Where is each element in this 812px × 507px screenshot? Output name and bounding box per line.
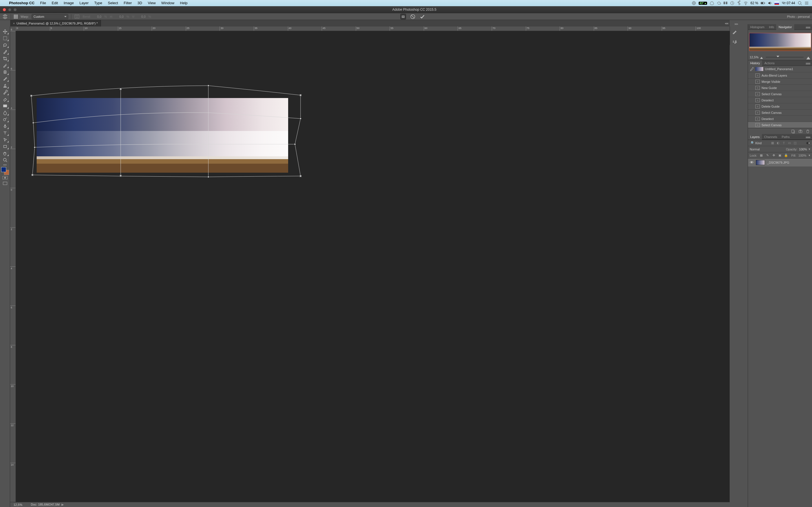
warp-anchor[interactable]: [300, 118, 302, 120]
document-tab-label: Untitled_Panorama1 @ 12,5% (_DSC9679.JPG…: [16, 22, 98, 25]
document-image: [37, 98, 288, 173]
screen-mode-toggle[interactable]: [1, 180, 9, 186]
warp-orientation-icon[interactable]: [74, 14, 80, 19]
vertical-ruler[interactable]: 86420246810121416: [10, 26, 16, 253]
horizontal-ruler[interactable]: 0510152025303540455055606570758085909510…: [10, 26, 406, 31]
warp-h-input[interactable]: [116, 15, 123, 18]
menu-window[interactable]: Window: [158, 0, 177, 6]
brush-tool[interactable]: [1, 75, 9, 82]
warp-v-label: V:: [132, 15, 135, 18]
app-menu[interactable]: Photoshop CC: [6, 0, 37, 6]
warp-preset-dropdown[interactable]: Custom: [32, 14, 68, 19]
transform-tool-icon[interactable]: [2, 14, 8, 19]
warp-handle[interactable]: [300, 175, 302, 177]
svg-rect-12: [3, 37, 7, 40]
svg-point-15: [3, 119, 6, 121]
document-tab-bar: × Untitled_Panorama1 @ 12,5% (_DSC9679.J…: [10, 20, 406, 26]
warp-h-label: H:: [110, 15, 113, 18]
menu-filter[interactable]: Filter: [121, 0, 135, 6]
zoom-window-button[interactable]: [13, 8, 17, 11]
menu-edit[interactable]: Edit: [49, 0, 61, 6]
macos-menubar: Photoshop CC File Edit Image Layer Type …: [0, 0, 406, 6]
tools-panel: [0, 26, 10, 253]
quick-mask-toggle[interactable]: [3, 176, 8, 179]
history-brush-tool[interactable]: [1, 89, 9, 96]
warp-anchor[interactable]: [33, 122, 35, 124]
color-swatches[interactable]: [1, 167, 9, 175]
healing-brush-tool[interactable]: [1, 69, 9, 75]
warp-handle[interactable]: [120, 88, 122, 90]
blur-tool[interactable]: [1, 109, 9, 116]
type-tool[interactable]: [1, 129, 9, 136]
menu-view[interactable]: View: [145, 0, 158, 6]
warp-v-input[interactable]: [138, 15, 146, 18]
warp-handle[interactable]: [32, 174, 34, 176]
warp-handle[interactable]: [120, 175, 122, 177]
svg-rect-8: [4, 15, 6, 17]
menu-help[interactable]: Help: [177, 0, 190, 6]
canvas[interactable]: [16, 31, 406, 253]
minimize-window-button[interactable]: [8, 8, 11, 11]
menu-3d[interactable]: 3D: [135, 0, 145, 6]
warp-handle[interactable]: [300, 94, 302, 96]
path-selection-tool[interactable]: [1, 136, 9, 143]
foreground-color[interactable]: [1, 167, 6, 172]
close-window-button[interactable]: [3, 8, 6, 11]
bend-label: Bend:: [83, 15, 91, 18]
svg-rect-9: [75, 15, 79, 18]
bend-pct: %: [104, 15, 107, 18]
eraser-tool[interactable]: [1, 96, 9, 103]
warp-anchor[interactable]: [207, 176, 209, 178]
hand-tool[interactable]: [1, 150, 9, 157]
marquee-tool[interactable]: [1, 35, 9, 42]
menu-type[interactable]: Type: [91, 0, 105, 6]
warp-h-pct: %: [126, 15, 129, 18]
toggle-warp-freeform-icon[interactable]: [400, 14, 406, 19]
menu-layer[interactable]: Layer: [77, 0, 92, 6]
clone-stamp-tool[interactable]: [1, 82, 9, 89]
zoom-tool[interactable]: [1, 157, 9, 163]
eyedropper-tool[interactable]: [1, 62, 9, 69]
bend-input[interactable]: [94, 15, 101, 18]
menu-image[interactable]: Image: [61, 0, 77, 6]
gradient-tool[interactable]: [1, 103, 9, 109]
pen-tool[interactable]: [1, 123, 9, 129]
warp-anchor[interactable]: [34, 147, 36, 149]
svg-point-17: [3, 158, 6, 161]
document-tab[interactable]: × Untitled_Panorama1 @ 12,5% (_DSC9679.J…: [10, 20, 101, 26]
warp-v-pct: %: [148, 15, 151, 18]
warp-handle[interactable]: [31, 95, 33, 97]
shape-tool[interactable]: [1, 143, 9, 150]
dodge-tool[interactable]: [1, 116, 9, 123]
magic-wand-tool[interactable]: [1, 48, 9, 55]
lasso-tool[interactable]: [1, 42, 9, 48]
menu-select[interactable]: Select: [105, 0, 121, 6]
menu-file[interactable]: File: [37, 0, 49, 6]
svg-rect-18: [3, 182, 7, 185]
warp-anchor[interactable]: [294, 144, 296, 145]
move-tool[interactable]: [1, 28, 9, 35]
edit-toolbar-icon[interactable]: [3, 165, 6, 165]
window-controls: [0, 8, 17, 11]
warp-label: Warp:: [20, 15, 29, 18]
svg-rect-16: [4, 145, 6, 148]
crop-tool[interactable]: [1, 55, 9, 62]
options-bar: Warp: Custom Bend: % H: % V: % Photo - p…: [0, 13, 406, 20]
close-tab-icon[interactable]: ×: [13, 22, 15, 25]
warp-grid-icon[interactable]: [14, 15, 18, 18]
warp-anchor[interactable]: [207, 85, 209, 87]
svg-rect-14: [3, 105, 7, 107]
window-titlebar: Adobe Photoshop CC 2015.5: [0, 6, 406, 13]
window-title: Adobe Photoshop CC 2015.5: [17, 8, 406, 11]
